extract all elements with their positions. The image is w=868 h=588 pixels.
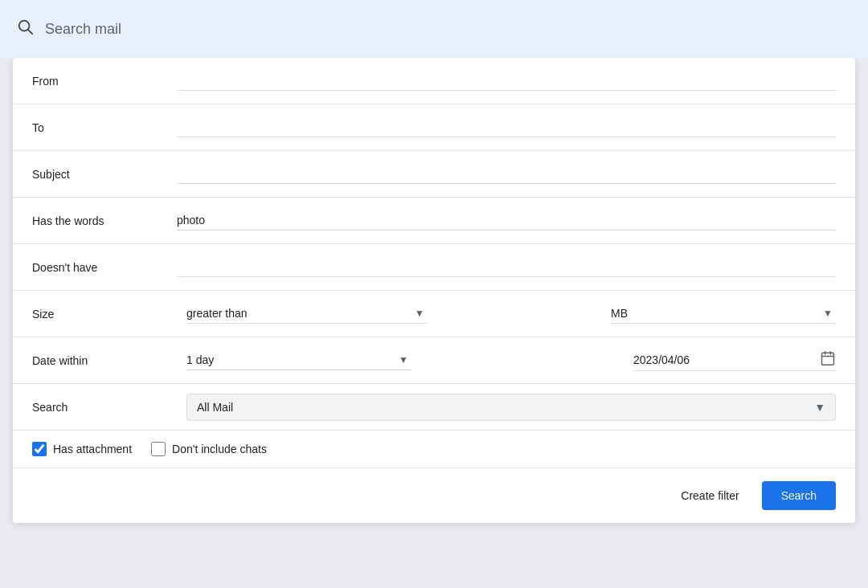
search-in-row: Search All Mail Inbox Sent Mail Drafts S…	[13, 384, 855, 431]
top-bar: Search mail	[0, 0, 868, 58]
has-attachment-checkbox[interactable]	[32, 442, 47, 456]
search-in-select[interactable]: All Mail Inbox Sent Mail Drafts Starred	[197, 401, 825, 414]
search-mail-label: Search mail	[45, 21, 121, 38]
checkboxes-row: Has attachment Don't include chats	[13, 431, 855, 468]
subject-row: Subject	[13, 151, 855, 198]
dont-include-chats-checkbox-item[interactable]: Don't include chats	[151, 442, 267, 456]
svg-rect-2	[822, 353, 834, 365]
date-within-select[interactable]: 1 day 3 days 1 week 2 weeks 1 month 2 mo…	[186, 350, 256, 370]
has-attachment-label: Has attachment	[53, 443, 132, 455]
actions-row: Create filter Search	[13, 468, 855, 523]
create-filter-button[interactable]: Create filter	[668, 483, 751, 508]
subject-input[interactable]	[177, 164, 836, 184]
has-words-row: Has the words	[13, 198, 855, 244]
size-comparator-arrow-icon: ▼	[415, 308, 424, 319]
calendar-icon[interactable]	[820, 350, 836, 370]
from-label: From	[32, 75, 177, 88]
advanced-search-dialog: From To Subject Has the words Doesn't ha…	[13, 58, 855, 523]
search-in-dropdown-wrapper: All Mail Inbox Sent Mail Drafts Starred …	[186, 394, 836, 421]
size-unit-select[interactable]: MB KB GB	[611, 304, 650, 323]
search-in-label: Search	[32, 401, 177, 414]
to-label: To	[32, 121, 177, 134]
dont-include-chats-checkbox[interactable]	[151, 442, 166, 456]
dont-include-chats-label: Don't include chats	[172, 443, 267, 455]
size-unit-wrapper: MB KB GB ▼	[611, 304, 836, 324]
doesnt-have-row: Doesn't have	[13, 244, 855, 291]
svg-line-1	[28, 30, 32, 34]
size-comparator-wrapper: greater than less than ▼	[186, 304, 428, 324]
doesnt-have-input[interactable]	[177, 257, 836, 277]
size-unit-arrow-icon: ▼	[823, 308, 833, 319]
from-input[interactable]	[177, 71, 836, 91]
size-comparator-select[interactable]: greater than less than	[186, 304, 270, 323]
date-within-row: Date within 1 day 3 days 1 week 2 weeks …	[13, 337, 855, 384]
has-words-input[interactable]	[177, 210, 836, 231]
size-label: Size	[32, 308, 177, 321]
size-row: Size greater than less than ▼ MB KB GB ▼	[13, 291, 855, 337]
date-within-label: Date within	[32, 354, 177, 367]
date-input-wrapper	[633, 350, 836, 371]
date-input[interactable]	[633, 353, 813, 366]
date-within-select-wrapper: 1 day 3 days 1 week 2 weeks 1 month 2 mo…	[186, 350, 411, 370]
to-input[interactable]	[177, 117, 836, 137]
to-row: To	[13, 104, 855, 151]
search-icon	[16, 18, 34, 40]
date-within-arrow-icon: ▼	[399, 354, 408, 365]
subject-label: Subject	[32, 168, 177, 181]
from-row: From	[13, 58, 855, 104]
has-words-label: Has the words	[32, 214, 177, 227]
has-attachment-checkbox-item[interactable]: Has attachment	[32, 442, 132, 456]
search-button[interactable]: Search	[762, 481, 836, 510]
doesnt-have-label: Doesn't have	[32, 261, 177, 274]
